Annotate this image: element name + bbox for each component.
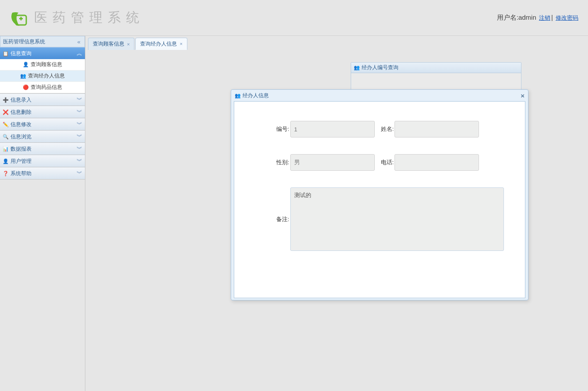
nav-group-label: 信息修改 — [11, 121, 32, 128]
app-logo-icon — [9, 7, 30, 28]
nav-group-label: 用户管理 — [11, 158, 32, 165]
nav-group-label: 信息浏览 — [11, 133, 32, 141]
chevron-down-icon: ︾ — [77, 169, 82, 177]
id-field[interactable] — [290, 121, 375, 137]
panel-header: 👥 经办人编号查询 — [351, 63, 521, 73]
report-icon: 📊 — [3, 146, 9, 152]
username: admin — [518, 14, 536, 21]
phone-field[interactable] — [394, 154, 479, 171]
nav-group-label: 信息录入 — [11, 96, 32, 104]
chevron-up-icon: ︽ — [77, 49, 82, 57]
user-icon: 👤 — [3, 158, 9, 164]
agent-info-dialog: 👥 经办人信息 × 编号: 姓名: — [231, 89, 528, 300]
phone-label: 电话: — [381, 159, 394, 166]
gender-label: 性别: — [276, 159, 289, 166]
dialog-title: 经办人信息 — [243, 92, 269, 99]
nav-group-help[interactable]: ❓ 系统帮助 ︾ — [0, 167, 85, 179]
app-title: 医药管理系统 — [34, 9, 144, 27]
nav-item-label: 查询顾客信息 — [31, 61, 62, 68]
nav-item-label: 查询药品信息 — [31, 84, 62, 91]
nav-group-label: 系统帮助 — [11, 170, 32, 177]
chevron-down-icon: ︾ — [77, 133, 82, 141]
dialog-close-icon[interactable]: × — [521, 92, 525, 99]
id-label: 编号: — [276, 125, 289, 133]
users-icon: 👥 — [354, 65, 360, 71]
dialog-header[interactable]: 👥 经办人信息 × — [231, 90, 528, 101]
remark-label: 备注: — [276, 215, 289, 223]
link-separator: | — [551, 14, 553, 21]
delete-icon: ❌ — [3, 109, 9, 115]
name-field[interactable] — [394, 121, 479, 137]
chevron-down-icon: ︾ — [77, 120, 82, 128]
dot-icon: 🔴 — [23, 85, 29, 91]
change-password-link[interactable]: 修改密码 — [556, 14, 578, 21]
sidebar-collapse-icon[interactable]: « — [76, 39, 82, 45]
nav-item-query-customer[interactable]: 👤 查询顾客信息 — [0, 59, 85, 70]
tab-label: 查询顾客信息 — [93, 40, 124, 48]
help-icon: ❓ — [3, 170, 9, 176]
nav-item-label: 查询经办人信息 — [28, 72, 65, 80]
sidebar-header[interactable]: 医药管理信息系统 « — [0, 36, 85, 47]
nav-group-info-browse[interactable]: 🔍 信息浏览 ︾ — [0, 130, 85, 142]
users-icon: 👥 — [20, 73, 26, 79]
tab-query-customer[interactable]: 查询顾客信息 × — [88, 38, 134, 50]
tab-close-icon[interactable]: × — [180, 41, 182, 46]
nav-group-info-query[interactable]: 📋 信息查询 ︽ — [0, 47, 85, 59]
pencil-icon: ✏️ — [3, 121, 9, 127]
users-icon: 👥 — [235, 92, 241, 99]
nav-group-info-edit[interactable]: ✏️ 信息修改 ︾ — [0, 118, 85, 130]
user-area: 用户名:admin 注销| 修改密码 — [497, 14, 579, 22]
tab-bar: 查询顾客信息 × 查询经办人信息 × — [88, 38, 585, 50]
chevron-down-icon: ︾ — [77, 157, 82, 165]
gender-field[interactable] — [290, 154, 375, 171]
main-content: 查询顾客信息 × 查询经办人信息 × 👥 经办人编号查询 👥 经办人信息 × — [85, 36, 588, 391]
dialog-body: 编号: 姓名: 性别: 电话: — [234, 101, 525, 298]
remark-field[interactable] — [290, 187, 504, 251]
nav-item-query-medicine[interactable]: 🔴 查询药品信息 — [0, 82, 85, 93]
user-label: 用户名: — [497, 14, 518, 21]
tab-close-icon[interactable]: × — [127, 42, 130, 47]
nav-group-reports[interactable]: 📊 数据报表 ︾ — [0, 143, 85, 155]
search-icon: 🔍 — [3, 134, 9, 140]
chevron-down-icon: ︾ — [77, 108, 82, 116]
panel-title: 经办人编号查询 — [362, 64, 398, 71]
nav-group-label: 信息删除 — [11, 109, 32, 116]
nav-group-label: 数据报表 — [11, 145, 32, 153]
chevron-down-icon: ︾ — [77, 96, 82, 104]
chevron-down-icon: ︾ — [77, 145, 82, 153]
nav-group-user-mgmt[interactable]: 👤 用户管理 ︾ — [0, 155, 85, 167]
sidebar-title: 医药管理信息系统 — [3, 38, 45, 46]
app-header: 医药管理系统 用户名:admin 注销| 修改密码 — [0, 0, 588, 36]
nav-group-label: 信息查询 — [11, 50, 32, 57]
nav-group-info-entry[interactable]: ➕ 信息录入 ︾ — [0, 94, 85, 106]
user-icon: 👤 — [23, 62, 29, 68]
plus-icon: ➕ — [3, 97, 9, 103]
svg-rect-2 — [21, 17, 22, 20]
name-label: 姓名: — [381, 125, 394, 133]
logout-link[interactable]: 注销 — [539, 14, 550, 21]
logo-area: 医药管理系统 — [9, 7, 144, 28]
nav-group-info-delete[interactable]: ❌ 信息删除 ︾ — [0, 106, 85, 118]
folder-icon: 📋 — [3, 50, 9, 56]
nav-item-query-agent[interactable]: 👥 查询经办人信息 — [0, 70, 85, 82]
tab-query-agent[interactable]: 查询经办人信息 × — [135, 38, 187, 50]
tab-label: 查询经办人信息 — [140, 40, 177, 48]
sidebar: 医药管理信息系统 « 📋 信息查询 ︽ 👤 查询顾客信息 👥 查询经办人信息 — [0, 36, 85, 391]
